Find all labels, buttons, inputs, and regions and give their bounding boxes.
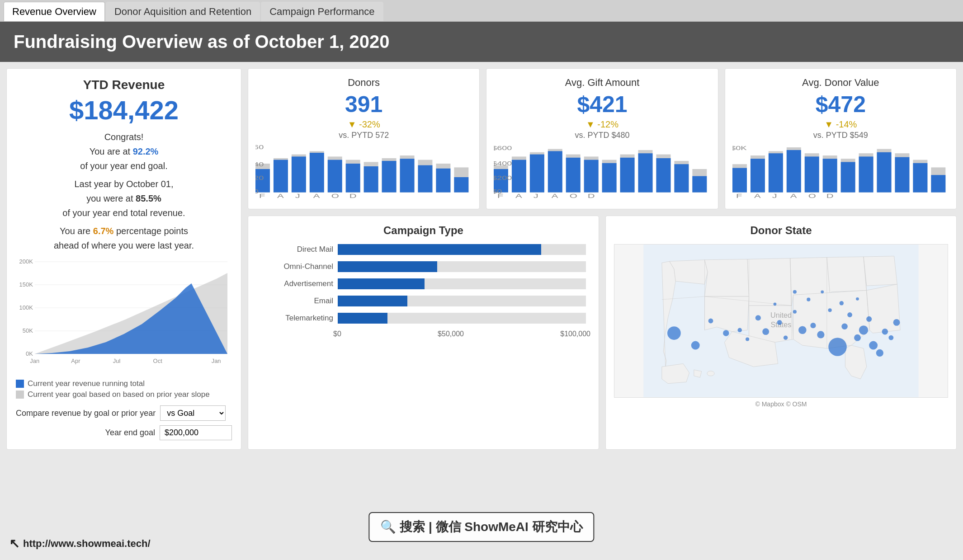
- svg-rect-70: [620, 158, 635, 193]
- compare-select[interactable]: vs Goal vs Prior Year: [160, 405, 226, 421]
- svg-point-129: [708, 319, 713, 324]
- svg-point-140: [817, 331, 824, 338]
- svg-text:$600: $600: [494, 145, 512, 151]
- kpi-avg-donor: Avg. Donor Value $472 ▼ -14% vs. PYTD $5…: [725, 68, 957, 209]
- svg-point-137: [793, 310, 797, 314]
- svg-point-149: [876, 349, 883, 357]
- svg-rect-38: [418, 165, 432, 193]
- campaign-bars: Direct Mail Omni-Channel Advertisement: [256, 244, 590, 324]
- left-panel: YTD Revenue $184,422 Congrats! You are a…: [6, 68, 241, 450]
- svg-point-150: [882, 329, 888, 335]
- page-header: Fundraising Overview as of October 1, 20…: [0, 22, 963, 62]
- bar-track-telemarketing: [338, 313, 586, 324]
- kpi-donors: Donors 391 ▼ -32% vs. PYTD 572: [248, 68, 480, 209]
- goal-input[interactable]: [160, 425, 232, 440]
- svg-rect-69: [602, 163, 617, 193]
- svg-text:O: O: [570, 193, 577, 199]
- svg-rect-40: [454, 177, 468, 193]
- svg-text:J: J: [533, 193, 538, 199]
- goal-row: Year end goal: [16, 425, 232, 440]
- donor-state-title: Donor State: [614, 224, 948, 237]
- svg-point-142: [828, 338, 847, 356]
- tab-donor-acquisition[interactable]: Donor Aquisition and Retention: [106, 2, 260, 21]
- svg-rect-71: [638, 153, 653, 192]
- search-icon: 🔍: [380, 520, 396, 534]
- svg-point-155: [807, 298, 810, 301]
- last-year-text: Last year by October 01, you were at 85.…: [16, 177, 232, 220]
- svg-rect-72: [656, 158, 671, 193]
- us-map-svg: United States: [614, 245, 948, 397]
- page-title: Fundraising Overview as of October 1, 20…: [14, 32, 389, 52]
- svg-point-154: [774, 302, 777, 306]
- svg-text:150K: 150K: [19, 281, 33, 288]
- svg-text:$200: $200: [494, 175, 512, 181]
- svg-text:Oct: Oct: [153, 358, 163, 364]
- tab-revenue-overview[interactable]: Revenue Overview: [4, 2, 105, 21]
- svg-point-157: [821, 290, 824, 293]
- legend-blue-box: [16, 380, 24, 388]
- url-bar: ↖ http://www.showmeai.tech/: [9, 536, 151, 551]
- svg-point-139: [810, 323, 816, 328]
- campaign-type-title: Campaign Type: [256, 224, 590, 237]
- svg-text:United: United: [770, 311, 792, 319]
- bar-track-direct-mail: [338, 244, 586, 255]
- donors-change: ▼ -32%: [255, 119, 472, 130]
- avg-gift-value: $421: [494, 91, 710, 118]
- legend-gray-label: Current year goal based on based on prio…: [28, 390, 210, 399]
- compare-dropdown-row: Compare revenue by goal or prior year vs…: [16, 405, 232, 421]
- highlight-pct: 92.2%: [133, 146, 159, 156]
- svg-text:40: 40: [255, 161, 264, 167]
- svg-rect-67: [566, 158, 581, 193]
- ytd-value: $184,422: [16, 95, 232, 125]
- svg-point-151: [888, 335, 893, 340]
- svg-text:20: 20: [255, 175, 264, 181]
- svg-text:O: O: [808, 193, 816, 199]
- svg-rect-74: [693, 176, 707, 193]
- svg-text:D: D: [349, 193, 357, 199]
- main-content: YTD Revenue $184,422 Congrats! You are a…: [0, 62, 963, 456]
- svg-rect-34: [346, 164, 360, 193]
- svg-rect-102: [822, 159, 837, 192]
- bar-row-telemarketing: Telemarketing: [261, 313, 586, 324]
- svg-rect-100: [786, 150, 801, 193]
- axis-label-2: $100,000: [560, 330, 590, 338]
- svg-point-135: [777, 320, 782, 325]
- svg-rect-106: [895, 157, 909, 193]
- svg-text:D: D: [588, 193, 595, 199]
- goal-label: Year end goal: [105, 428, 155, 438]
- tab-campaign-performance[interactable]: Campaign Performance: [261, 2, 383, 21]
- svg-text:J: J: [295, 193, 300, 199]
- svg-rect-105: [877, 152, 891, 193]
- kpi-avg-gift: Avg. Gift Amount $421 ▼ -12% vs. PYTD $4…: [486, 68, 718, 209]
- ahead-pct: 6.7%: [93, 226, 114, 236]
- svg-text:$400: $400: [494, 160, 512, 166]
- svg-point-146: [859, 325, 868, 334]
- svg-text:200K: 200K: [19, 258, 33, 265]
- avg-donor-change: ▼ -14%: [732, 119, 949, 130]
- bar-label-direct-mail: Direct Mail: [261, 245, 333, 254]
- svg-text:Apr: Apr: [71, 358, 80, 364]
- svg-text:F: F: [736, 193, 742, 199]
- svg-point-134: [762, 328, 769, 335]
- svg-rect-97: [732, 168, 747, 193]
- avg-gift-compare: vs. PYTD $480: [494, 131, 710, 140]
- svg-text:0: 0: [255, 188, 259, 194]
- campaign-type-card: Campaign Type Direct Mail Omni-Channel: [248, 216, 599, 450]
- chart-legend: Current year revenue running total Curre…: [16, 379, 232, 399]
- axis-label-1: $50,000: [438, 330, 464, 338]
- svg-text:100K: 100K: [19, 304, 33, 311]
- bar-fill-email-current: [338, 296, 407, 306]
- watermark: 🔍 搜索 | 微信 ShowMeAI 研究中心: [368, 512, 594, 542]
- svg-point-128: [691, 341, 700, 350]
- svg-rect-101: [804, 156, 819, 192]
- bar-fill-ad-current: [338, 278, 425, 289]
- svg-text:$0K: $0K: [732, 145, 747, 151]
- svg-point-152: [893, 319, 900, 326]
- avg-gift-change: ▼ -12%: [494, 119, 710, 130]
- avg-gift-title: Avg. Gift Amount: [494, 77, 710, 89]
- svg-rect-99: [769, 153, 783, 192]
- bar-row-omni: Omni-Channel: [261, 261, 586, 272]
- bar-label-omni: Omni-Channel: [261, 262, 333, 271]
- svg-point-127: [667, 326, 681, 340]
- svg-rect-66: [548, 151, 562, 192]
